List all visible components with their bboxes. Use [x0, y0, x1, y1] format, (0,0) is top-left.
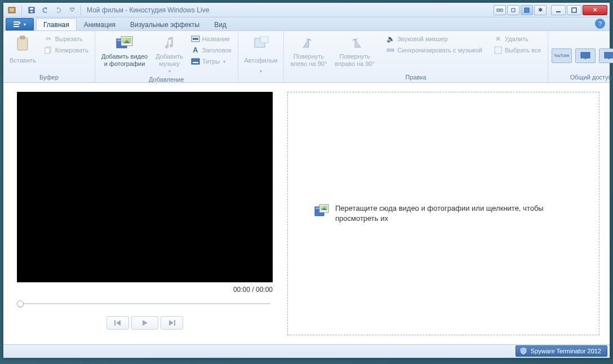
clipboard-icon [14, 35, 32, 52]
monitor-icon [603, 52, 613, 60]
group-buffer: Вставить ✂Вырезать Копировать Буфер [3, 31, 95, 82]
play-button[interactable] [131, 316, 158, 330]
group-buffer-label: Буфер [7, 73, 91, 81]
qat-redo-icon[interactable] [52, 5, 65, 16]
audio-mixer-button[interactable]: 🔈Звуковой микшер [383, 33, 485, 45]
automovie-button[interactable]: Автофильм ▾ [242, 33, 281, 76]
group-automovie: Автофильм ▾ [238, 31, 285, 82]
monitor-icon [580, 52, 591, 60]
svg-rect-32 [387, 49, 394, 51]
svg-rect-35 [584, 58, 587, 59]
quick-access-toolbar [6, 5, 78, 16]
svg-rect-11 [525, 8, 529, 12]
maximize-button[interactable] [567, 5, 581, 15]
video-preview [17, 92, 273, 282]
delete-x-icon: ✕ [494, 34, 503, 43]
svg-rect-15 [14, 24, 19, 25]
titlebar-extra-4-icon[interactable]: ✱ [534, 5, 547, 15]
help-icon[interactable]: ? [595, 19, 605, 29]
scissors-icon: ✂ [44, 34, 53, 43]
window-controls: ✱ ✕ [494, 5, 607, 15]
copy-button[interactable]: Копировать [41, 45, 91, 56]
sync-music-button[interactable]: Синхронизировать с музыкой [383, 45, 485, 56]
playback-controls [17, 316, 273, 330]
filmstrip-photo-icon [116, 35, 134, 52]
step-forward-icon [168, 319, 176, 326]
select-all-icon [494, 46, 503, 55]
file-menu-button[interactable]: ▾ [6, 18, 34, 30]
next-frame-button[interactable] [161, 316, 183, 330]
close-button[interactable]: ✕ [583, 5, 607, 15]
window-title: Мой фильм - Киностудия Windows Live [87, 6, 209, 14]
cut-button[interactable]: ✂Вырезать [41, 33, 91, 45]
qat-customize-icon[interactable] [66, 5, 78, 16]
group-share-label: Общий доступ [552, 73, 613, 81]
add-title-button[interactable]: Название [188, 33, 234, 45]
titlebar-extra-3-icon[interactable] [521, 5, 533, 15]
share-target-3-button[interactable] [599, 48, 613, 63]
svg-rect-10 [512, 8, 515, 12]
group-edit-label: Правка [287, 73, 544, 81]
svg-point-25 [123, 38, 126, 41]
svg-rect-2 [10, 10, 14, 10]
svg-rect-14 [14, 21, 19, 23]
svg-rect-18 [20, 36, 25, 39]
titlebar-extra-1-icon[interactable] [494, 5, 506, 15]
prev-frame-button[interactable] [106, 316, 129, 330]
titlebar-extra-2-icon[interactable] [507, 5, 519, 15]
drop-hint-text: Перетащите сюда видео и фотографии или щ… [335, 203, 573, 224]
rotate-right-button[interactable]: Повернуть вправо на 90° [332, 33, 377, 69]
svg-rect-28 [192, 59, 199, 64]
svg-rect-37 [608, 58, 610, 59]
add-captions-button[interactable]: Титры▾ [188, 56, 234, 67]
tab-animation[interactable]: Анимация [77, 18, 123, 30]
seek-thumb[interactable] [17, 300, 24, 307]
youtube-icon: YouTube [554, 54, 570, 57]
svg-rect-34 [581, 52, 590, 58]
select-all-button[interactable]: Выбрать все [491, 45, 544, 56]
svg-rect-31 [260, 36, 268, 43]
app-window: Мой фильм - Киностудия Windows Live ✱ ✕ … [3, 2, 610, 358]
group-add-label: Добавление [99, 76, 234, 83]
statusbar: Spyware Terminator 2012 [3, 344, 610, 358]
svg-rect-9 [500, 9, 503, 11]
tray-notification[interactable]: Spyware Terminator 2012 [516, 345, 607, 357]
rotate-left-button[interactable]: Повернуть влево на 90° [287, 33, 330, 69]
svg-rect-39 [174, 320, 175, 326]
shield-icon [519, 347, 527, 355]
seek-slider[interactable] [17, 299, 273, 308]
share-target-2-button[interactable] [575, 48, 596, 63]
play-icon [141, 319, 148, 326]
qat-undo-icon[interactable] [39, 5, 51, 16]
tab-view[interactable]: Вид [207, 18, 234, 30]
svg-rect-8 [497, 9, 499, 11]
sync-icon [386, 46, 395, 55]
ribbon: Вставить ✂Вырезать Копировать Буфер Доба… [3, 31, 610, 83]
minimize-button[interactable] [551, 5, 566, 15]
svg-rect-12 [556, 11, 561, 12]
app-icon[interactable] [6, 5, 18, 16]
media-hint-icon [314, 203, 330, 219]
automovie-icon [252, 35, 270, 52]
svg-rect-1 [10, 8, 14, 9]
step-back-icon [114, 319, 122, 326]
add-media-button[interactable]: Добавить видео и фотографии [99, 33, 150, 69]
svg-rect-29 [193, 62, 198, 63]
add-heading-button[interactable]: AЗаголовок [188, 45, 234, 56]
delete-button[interactable]: ✕Удалить [491, 33, 544, 45]
svg-rect-7 [70, 8, 74, 8]
tab-effects[interactable]: Визуальные эффекты [123, 18, 207, 30]
titlebar: Мой фильм - Киностудия Windows Live ✱ ✕ [3, 3, 610, 17]
qat-save-icon[interactable] [25, 5, 38, 16]
svg-rect-3 [10, 11, 14, 11]
drop-area[interactable]: Перетащите сюда видео и фотографии или щ… [287, 92, 599, 335]
paste-button[interactable]: Вставить [7, 33, 39, 69]
add-music-button[interactable]: Добавить музыку ▾ [153, 33, 186, 76]
ribbon-tabs: ▾ Главная Анимация Визуальные эффекты Ви… [3, 17, 610, 31]
copy-icon [44, 46, 53, 55]
svg-rect-20 [45, 48, 50, 54]
time-display: 00:00 / 00:00 [17, 286, 273, 294]
share-youtube-button[interactable]: YouTube [552, 48, 572, 63]
content-area: 00:00 / 00:00 Перетащите сюда видео и фо… [3, 83, 610, 344]
tab-home[interactable]: Главная [36, 18, 77, 30]
